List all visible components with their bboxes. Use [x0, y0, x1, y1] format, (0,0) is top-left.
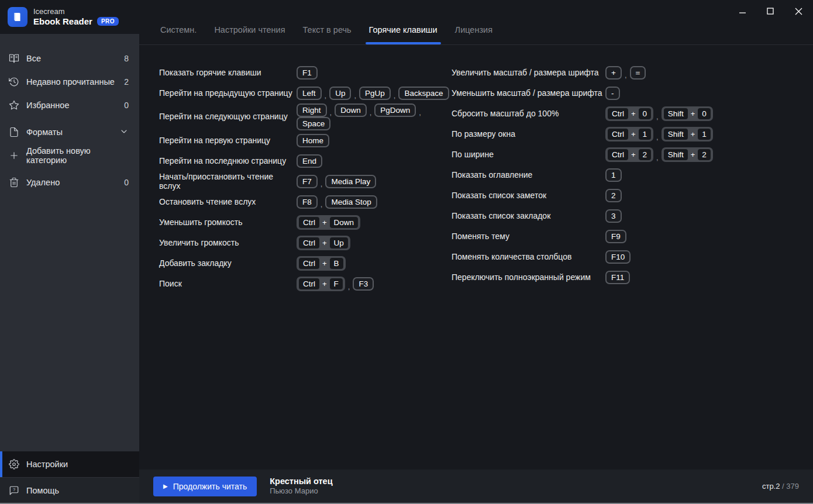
star-icon: [9, 100, 19, 111]
hotkey-action-label: Переключить полноэкранный режим: [452, 273, 605, 282]
key-badge: -: [605, 87, 620, 100]
sidebar-item-deleted[interactable]: Удалено0: [0, 171, 139, 194]
hotkey-keys: Home: [297, 134, 329, 147]
sidebar-item-recent[interactable]: Недавно прочитанные2: [0, 70, 139, 94]
sidebar-item-count: 2: [124, 77, 129, 87]
sidebar-item-formats[interactable]: Форматы: [0, 120, 139, 144]
key-separator: ,: [653, 112, 662, 121]
hotkey-keys: 2: [605, 189, 622, 202]
tab-text-to-speech[interactable]: Текст в речь: [303, 25, 352, 44]
key-plus: +: [691, 109, 695, 118]
hotkey-keys: Ctrl+0,Shift+0: [605, 106, 713, 121]
hotkey-row: Начать/приостановить чтение вслухF7,Medi…: [159, 171, 452, 192]
hotkey-keys: 3: [605, 209, 622, 223]
sidebar-item-favorites[interactable]: Избранное0: [0, 94, 139, 117]
key-badge: 2: [605, 189, 622, 202]
hotkey-keys: Right,Down,PgDown,Space: [297, 103, 452, 130]
key-plus: +: [322, 218, 327, 227]
key-badge: End: [297, 154, 322, 168]
key-badge: +: [605, 66, 622, 80]
file-icon: [9, 127, 19, 137]
hotkey-keys: End: [297, 154, 322, 168]
key-badge: PgUp: [359, 87, 391, 100]
key-badge: =: [630, 66, 646, 80]
key-separator: ,: [322, 91, 330, 100]
hotkey-row: Показать список заметок2: [452, 185, 801, 206]
key-plus: +: [631, 130, 636, 139]
key-badge: Media Stop: [325, 195, 377, 209]
sidebar-item-count: 0: [124, 178, 129, 187]
key-badge: F3: [353, 277, 374, 291]
key-badge: PgDown: [374, 103, 416, 117]
hotkey-action-label: По ширине: [452, 150, 605, 159]
sidebar-item-add-category[interactable]: Добавить новую категорию: [0, 144, 139, 167]
key-badge: F: [330, 278, 343, 289]
close-icon[interactable]: [790, 4, 807, 19]
hotkey-row: Показать список закладок3: [452, 206, 801, 226]
hotkey-action-label: Показать список заметок: [452, 191, 605, 200]
brand: Icecream Ebook Reader PRO: [33, 8, 119, 26]
svg-text:?: ?: [13, 487, 15, 492]
key-badge: F8: [297, 195, 318, 209]
hotkey-keys: F9: [605, 230, 626, 243]
continue-reading-label: Продолжить читать: [173, 482, 247, 491]
key-separator: ,: [318, 200, 326, 209]
key-separator: ,: [345, 282, 353, 291]
tab-system[interactable]: Системн.: [160, 25, 197, 44]
hotkey-keys: Ctrl+Down: [297, 215, 360, 230]
key-badge: Ctrl: [608, 129, 628, 140]
hotkey-row: Перейти на предыдущую страницуLeft,Up,Pg…: [159, 83, 452, 103]
hotkey-action-label: Показать горячие клавиши: [159, 68, 297, 77]
sidebar-item-label: Помощь: [26, 486, 59, 495]
continue-reading-button[interactable]: ▶ Продолжить читать: [153, 477, 257, 496]
maximize-icon[interactable]: [762, 4, 779, 19]
key-separator: ,: [391, 91, 399, 100]
key-badge: Shift: [664, 149, 688, 160]
hotkey-action-label: Показать список закладок: [452, 212, 605, 220]
main-panel: Системн.Настройки чтенияТекст в речьГоря…: [139, 0, 813, 470]
key-combo: Ctrl+F: [297, 277, 345, 291]
key-combo: Shift+1: [662, 127, 713, 141]
key-badge: F9: [605, 230, 626, 243]
key-badge: Down: [335, 103, 367, 117]
sidebar-nav: Все8Недавно прочитанные2Избранное0Формат…: [0, 34, 139, 451]
sidebar-item-all[interactable]: Все8: [0, 47, 139, 70]
hotkey-action-label: Поменять тему: [452, 232, 605, 241]
sidebar-item-help[interactable]: ?Помощь: [0, 477, 139, 503]
hotkey-action-label: Перейти на первую страницу: [159, 136, 297, 145]
hotkey-row: По ширинеCtrl+2,Shift+2: [452, 144, 801, 165]
sidebar-item-settings[interactable]: Настройки: [0, 451, 139, 477]
hotkey-row: Остановить чтение вслухF8,Media Stop: [159, 192, 452, 212]
window-controls: [733, 4, 807, 19]
history-icon: [9, 77, 19, 87]
key-badge: F11: [605, 271, 630, 284]
key-badge: F7: [297, 175, 318, 188]
key-plus: +: [322, 279, 327, 288]
key-plus: +: [691, 150, 695, 159]
hotkey-action-label: Поменять количества столбцов: [452, 253, 605, 261]
key-plus: +: [631, 150, 636, 159]
hotkey-action-label: Уменьшить масштаб / размера шрифта: [452, 89, 605, 98]
tab-license[interactable]: Лицензия: [455, 25, 492, 44]
key-separator: ,: [653, 153, 662, 162]
key-combo: Ctrl+1: [605, 127, 653, 141]
key-separator: ,: [653, 133, 662, 141]
key-separator: ,: [367, 108, 375, 117]
key-separator: ,: [318, 179, 326, 188]
key-badge: Ctrl: [299, 258, 319, 269]
tab-hotkeys[interactable]: Горячие клавиши: [369, 25, 437, 44]
sidebar-item-label: Добавить новую категорию: [26, 146, 129, 165]
key-badge: Ctrl: [608, 149, 628, 160]
hotkey-keys: Ctrl+F,F3: [297, 277, 374, 291]
brand-line2: Ebook Reader: [33, 16, 92, 26]
key-badge: 1: [605, 168, 622, 182]
key-combo: Shift+2: [662, 147, 713, 162]
tab-reading-settings[interactable]: Настройки чтения: [214, 25, 285, 44]
hotkey-action-label: Поиск: [159, 279, 297, 288]
key-badge: Ctrl: [608, 108, 628, 119]
key-combo: Ctrl+B: [297, 256, 346, 271]
hotkey-keys: Ctrl+Up: [297, 236, 350, 250]
gear-icon: [9, 459, 19, 470]
minimize-icon[interactable]: [733, 4, 751, 19]
hotkey-keys: F8,Media Stop: [297, 195, 377, 209]
